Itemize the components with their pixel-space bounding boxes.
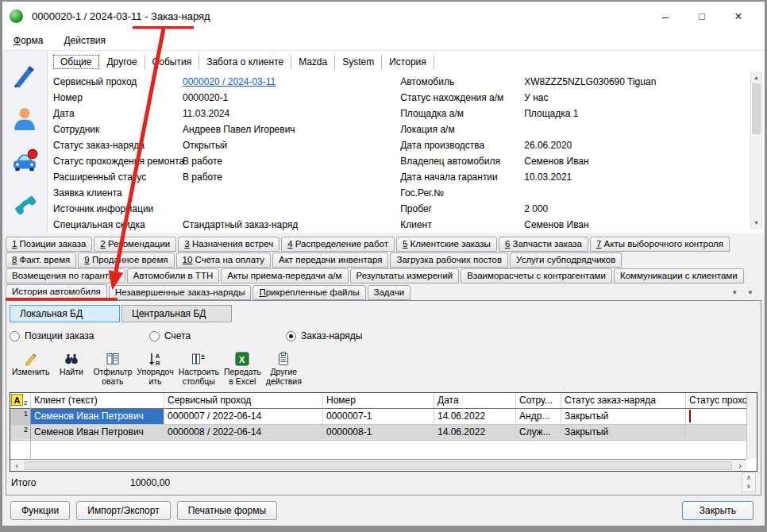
tab-scroll-left-icon[interactable]: ▼ <box>731 289 738 296</box>
close-button[interactable]: Закрыть <box>682 501 754 520</box>
cell-client[interactable]: Семенов Иван Петрович <box>31 425 164 441</box>
table-empty-area <box>10 441 746 459</box>
tab-subcontractor-services[interactable]: Услуги субподрядчиков <box>510 253 622 268</box>
cell-service-pass[interactable]: 0000007 / 2022-06-14 <box>164 409 323 425</box>
scroll-thumb[interactable] <box>752 83 761 134</box>
cell-number[interactable]: 0000007-1 <box>323 409 434 425</box>
tab-mazda[interactable]: Mazda <box>291 55 335 69</box>
row-number[interactable]: 1 <box>10 409 31 425</box>
table-vertical-scrollbar[interactable] <box>746 393 757 459</box>
radio-order-positions[interactable]: Позиции заказа <box>10 330 149 341</box>
person-icon[interactable] <box>11 105 38 132</box>
close-window-button[interactable]: × <box>720 10 757 24</box>
cell-status[interactable]: Закрытый <box>561 425 686 441</box>
tab-actual-time[interactable]: 8 Факт. время <box>6 253 76 268</box>
import-export-button[interactable]: Импорт/Экспорт <box>76 501 170 520</box>
menu-deystviya[interactable]: Действия <box>64 35 106 46</box>
tab-other[interactable]: Другое <box>99 55 145 69</box>
tab-attached-files[interactable]: Прикрепленные файлы <box>252 285 365 300</box>
hscroll-thumb[interactable] <box>25 461 732 470</box>
tab-counterparty-settlements[interactable]: Взаиморасчеты с контрагентами <box>461 268 612 283</box>
tab-sold-time[interactable]: 9 Проданное время <box>78 253 174 268</box>
row-number[interactable]: 2 <box>10 425 31 441</box>
maximize-button[interactable]: □ <box>684 10 720 22</box>
tab-system[interactable]: System <box>335 55 382 69</box>
bottom-tab-strips: 1 Позиции заказа 2 Рекомендации 3 Назнач… <box>2 233 765 300</box>
tab-car-transfer-acts[interactable]: Акты приема-передачи а/м <box>221 268 348 283</box>
tab-work-distribution[interactable]: 4 Распределение работ <box>281 237 395 252</box>
tab-order-positions[interactable]: 1 Позиции заказа <box>6 237 92 252</box>
radio-invoices[interactable]: Счета <box>149 330 286 341</box>
phone-icon[interactable] <box>11 191 38 218</box>
form-scrollbar[interactable]: ▲ ▼ <box>750 72 762 229</box>
scroll-right-icon[interactable]: › <box>734 461 746 471</box>
radio-work-orders[interactable]: Заказ-наряды <box>286 330 362 341</box>
tab-recommendations[interactable]: 2 Рекомендации <box>94 237 176 252</box>
tab-events[interactable]: События <box>145 55 200 69</box>
tab-unfinished-orders[interactable]: Незавершенные заказ-наряды <box>109 285 252 300</box>
tab-order-parts[interactable]: 6 Запчасти заказа <box>499 237 588 252</box>
tab-customer-care[interactable]: Забота о клиенте <box>199 55 291 69</box>
cell-repair-status[interactable] <box>686 425 746 441</box>
cell-status[interactable]: Закрытый <box>561 409 686 425</box>
service-pass-link[interactable]: 0000020 / 2024-03-11 <box>183 76 276 87</box>
cell-employee[interactable]: Андр... <box>516 409 561 425</box>
scroll-up-icon[interactable]: ∧ <box>746 475 751 481</box>
tab-general[interactable]: Общие <box>53 55 99 69</box>
column-header-repair-status[interactable]: Статус прохожден <box>686 393 746 409</box>
filter-button[interactable]: Отфильтровать <box>91 351 134 386</box>
sort-button[interactable]: АЯ Упорядочить <box>134 351 175 386</box>
cell-date[interactable]: 14.06.2022 <box>434 409 516 425</box>
pen-icon[interactable] <box>11 62 38 89</box>
mini-scrollbar[interactable]: ∧∨ <box>742 472 756 492</box>
car-alert-icon[interactable] <box>11 148 38 175</box>
tab-tasks[interactable]: Задачи <box>368 285 411 300</box>
local-db-button[interactable]: Локальная БД <box>10 305 120 322</box>
column-header-date[interactable]: Дата <box>434 393 516 409</box>
column-header-number[interactable]: Номер <box>323 393 434 409</box>
functions-button[interactable]: Функции <box>10 501 70 520</box>
cell-number[interactable]: 0000008-1 <box>323 425 434 441</box>
cell-date[interactable]: 14.06.2022 <box>434 425 516 441</box>
scroll-up-icon[interactable]: ▲ <box>751 73 761 83</box>
column-header-client[interactable]: Клиент (текст) <box>31 393 164 409</box>
field-value: Андреев Павел Игоревич <box>183 124 295 135</box>
scroll-down-icon[interactable]: ∨ <box>746 484 751 490</box>
excel-icon: X <box>234 351 250 367</box>
minimize-button[interactable]: – <box>647 10 684 23</box>
table-horizontal-scrollbar[interactable]: ‹ › <box>10 459 746 471</box>
tab-client-orders[interactable]: 5 Клиентские заказы <box>396 237 497 252</box>
tab-scroll-right-icon[interactable]: ▼ <box>747 289 754 296</box>
column-header-employee[interactable]: Сотру... <box>516 393 561 409</box>
tab-history[interactable]: История <box>382 55 434 69</box>
tab-inventory-transfer-act[interactable]: Акт передачи инвентаря <box>272 253 388 268</box>
other-actions-button[interactable]: Другиедействия <box>264 351 304 386</box>
find-button[interactable]: Найти <box>52 351 91 377</box>
central-db-button[interactable]: Центральная БД <box>121 305 232 322</box>
tab-appointments[interactable]: 3 Назначения встреч <box>178 237 279 252</box>
tab-client-communications[interactable]: Коммуникации с клиентами <box>614 268 744 283</box>
cell-employee[interactable]: Служ... <box>516 425 561 441</box>
tab-sampling-control-acts[interactable]: 7 Акты выборочного контроля <box>590 237 730 252</box>
table-corner-cell[interactable]: A2 <box>10 393 31 409</box>
export-excel-button[interactable]: X Передатьв Excel <box>222 351 264 386</box>
column-header-status[interactable]: Статус заказ-наряда <box>561 393 686 409</box>
cell-repair-status[interactable] <box>686 409 746 425</box>
cell-service-pass[interactable]: 0000008 / 2022-06-14 <box>164 425 323 441</box>
tab-warranty-reimbursements[interactable]: Возмещения по гарантии <box>6 268 125 283</box>
print-forms-button[interactable]: Печатные формы <box>177 501 277 520</box>
column-header-service-pass[interactable]: Сервисный проход <box>164 393 323 409</box>
svg-text:±: ± <box>201 353 205 360</box>
cell-client[interactable]: Семенов Иван Петрович <box>31 409 164 425</box>
tab-car-history[interactable]: История автомобиля <box>6 284 107 300</box>
tab-cars-in-ttn[interactable]: Автомобили в ТТН <box>127 268 219 283</box>
tab-invoices[interactable]: 10 Счета на оплату <box>176 253 271 268</box>
scroll-down-icon[interactable]: ▼ <box>751 218 761 228</box>
field-value: 11.03.2024 <box>183 108 229 119</box>
tab-workstation-load[interactable]: Загрузка рабочих постов <box>390 253 508 268</box>
scroll-left-icon[interactable]: ‹ <box>10 461 23 471</box>
configure-columns-button[interactable]: ± Настроитьстолбцы <box>176 351 222 386</box>
tab-measurement-results[interactable]: Результаты измерений <box>350 268 460 283</box>
edit-button[interactable]: Изменить <box>10 351 52 377</box>
menu-forma[interactable]: Форма <box>13 35 43 46</box>
